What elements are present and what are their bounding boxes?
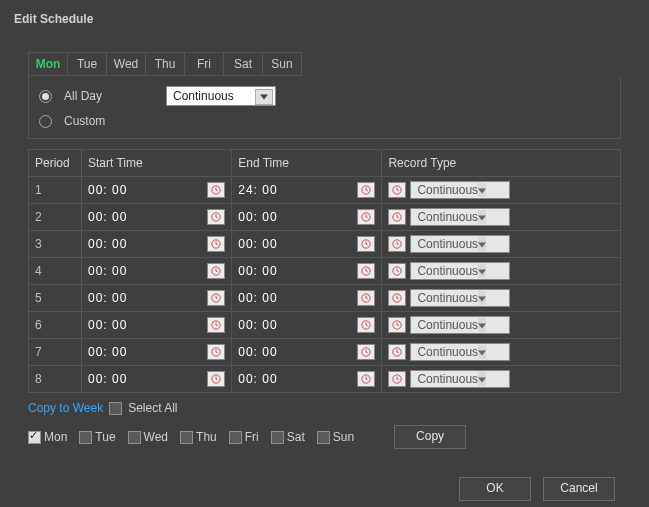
end-time-input[interactable]: 00: 00 [238, 345, 288, 359]
table-row: 700: 0000: 00Continuous [29, 339, 621, 366]
record-type-row-select[interactable]: Continuous [410, 262, 510, 280]
start-time-input[interactable]: 00: 00 [88, 264, 138, 278]
start-time-input[interactable]: 00: 00 [88, 318, 138, 332]
day-tabs: MonTueWedThuFriSatSun [28, 52, 302, 76]
record-type-row-value: Continuous [417, 210, 478, 224]
clock-icon[interactable] [388, 317, 406, 333]
clock-icon[interactable] [388, 209, 406, 225]
start-time-cell: 00: 00 [82, 258, 232, 285]
copy-day-sun: Sun [317, 430, 354, 444]
end-time-cell: 00: 00 [232, 258, 382, 285]
record-type-row-value: Continuous [417, 264, 478, 278]
start-time-input[interactable]: 00: 00 [88, 210, 138, 224]
clock-icon[interactable] [357, 317, 375, 333]
clock-icon[interactable] [207, 263, 225, 279]
tab-sat[interactable]: Sat [224, 53, 263, 75]
cancel-button[interactable]: Cancel [543, 477, 615, 501]
clock-icon[interactable] [357, 236, 375, 252]
copy-day-tue: Tue [79, 430, 115, 444]
copy-button[interactable]: Copy [394, 425, 466, 449]
select-all-checkbox[interactable] [109, 402, 122, 415]
record-type-row-select[interactable]: Continuous [410, 289, 510, 307]
copy-day-checkbox[interactable] [317, 431, 330, 444]
clock-icon[interactable] [207, 209, 225, 225]
tab-mon[interactable]: Mon [29, 53, 68, 75]
clock-icon[interactable] [207, 182, 225, 198]
start-time-input[interactable]: 00: 00 [88, 183, 138, 197]
end-time-input[interactable]: 24: 00 [238, 183, 288, 197]
clock-icon[interactable] [388, 236, 406, 252]
clock-icon[interactable] [388, 182, 406, 198]
table-row: 500: 0000: 00Continuous [29, 285, 621, 312]
copy-day-checkbox[interactable] [28, 431, 41, 444]
tab-wed[interactable]: Wed [107, 53, 146, 75]
record-type-row-value: Continuous [417, 345, 478, 359]
clock-icon[interactable] [207, 344, 225, 360]
start-time-input[interactable]: 00: 00 [88, 291, 138, 305]
record-type-row-select[interactable]: Continuous [410, 343, 510, 361]
record-type-row-select[interactable]: Continuous [410, 316, 510, 334]
table-row: 200: 0000: 00Continuous [29, 204, 621, 231]
record-type-row-select[interactable]: Continuous [410, 370, 510, 388]
chevron-down-icon [478, 210, 486, 224]
copy-day-checkbox[interactable] [180, 431, 193, 444]
copy-to-week-link[interactable]: Copy to Week [28, 401, 103, 415]
start-time-input[interactable]: 00: 00 [88, 372, 138, 386]
clock-icon[interactable] [357, 371, 375, 387]
col-record: Record Type [382, 150, 621, 177]
clock-icon[interactable] [388, 371, 406, 387]
copy-day-checkbox[interactable] [271, 431, 284, 444]
end-time-input[interactable]: 00: 00 [238, 318, 288, 332]
copy-day-checkbox[interactable] [229, 431, 242, 444]
end-time-cell: 00: 00 [232, 204, 382, 231]
start-time-input[interactable]: 00: 00 [88, 345, 138, 359]
record-type-row-select[interactable]: Continuous [410, 235, 510, 253]
record-type-cell: Continuous [382, 366, 621, 393]
record-type-select[interactable]: Continuous [166, 86, 276, 106]
tab-tue[interactable]: Tue [68, 53, 107, 75]
tab-fri[interactable]: Fri [185, 53, 224, 75]
clock-icon[interactable] [388, 263, 406, 279]
custom-label: Custom [64, 114, 105, 128]
custom-radio[interactable] [39, 115, 52, 128]
start-time-input[interactable]: 00: 00 [88, 237, 138, 251]
clock-icon[interactable] [357, 182, 375, 198]
clock-icon[interactable] [357, 263, 375, 279]
clock-icon[interactable] [207, 290, 225, 306]
record-type-row-select[interactable]: Continuous [410, 181, 510, 199]
tab-sun[interactable]: Sun [263, 53, 301, 75]
copy-day-checkbox[interactable] [128, 431, 141, 444]
table-row: 300: 0000: 00Continuous [29, 231, 621, 258]
copy-day-label: Fri [245, 430, 259, 444]
clock-icon[interactable] [207, 236, 225, 252]
copy-day-label: Sat [287, 430, 305, 444]
clock-icon[interactable] [207, 317, 225, 333]
all-day-radio[interactable] [39, 90, 52, 103]
chevron-down-icon [255, 89, 273, 105]
record-type-row-value: Continuous [417, 291, 478, 305]
end-time-input[interactable]: 00: 00 [238, 237, 288, 251]
table-row: 100: 0024: 00Continuous [29, 177, 621, 204]
clock-icon[interactable] [357, 344, 375, 360]
clock-icon[interactable] [207, 371, 225, 387]
copy-day-checkbox[interactable] [79, 431, 92, 444]
copy-day-fri: Fri [229, 430, 259, 444]
clock-icon[interactable] [388, 290, 406, 306]
clock-icon[interactable] [357, 209, 375, 225]
clock-icon[interactable] [357, 290, 375, 306]
copy-day-label: Thu [196, 430, 217, 444]
chevron-down-icon [478, 345, 486, 359]
start-time-cell: 00: 00 [82, 231, 232, 258]
record-type-value: Continuous [173, 89, 234, 103]
clock-icon[interactable] [388, 344, 406, 360]
end-time-input[interactable]: 00: 00 [238, 264, 288, 278]
end-time-input[interactable]: 00: 00 [238, 210, 288, 224]
end-time-input[interactable]: 00: 00 [238, 372, 288, 386]
ok-button[interactable]: OK [459, 477, 531, 501]
start-time-cell: 00: 00 [82, 366, 232, 393]
tab-thu[interactable]: Thu [146, 53, 185, 75]
record-type-row-select[interactable]: Continuous [410, 208, 510, 226]
end-time-cell: 00: 00 [232, 366, 382, 393]
end-time-input[interactable]: 00: 00 [238, 291, 288, 305]
period-cell: 2 [29, 204, 82, 231]
